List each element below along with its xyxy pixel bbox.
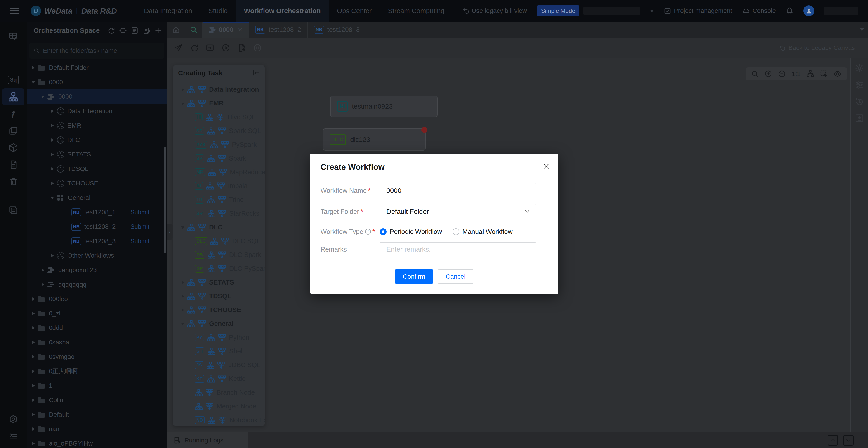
- expand-arrow-icon[interactable]: [188, 198, 192, 202]
- tree-row[interactable]: aio_oPBGYIHw: [27, 436, 167, 448]
- expand-arrow-icon[interactable]: [181, 281, 185, 284]
- expand-arrow-icon[interactable]: [32, 355, 35, 358]
- info-icon[interactable]: i: [365, 229, 371, 235]
- expand-arrow-icon[interactable]: [188, 377, 192, 381]
- expand-arrow-icon[interactable]: [51, 109, 54, 113]
- radio-icon[interactable]: [380, 228, 386, 235]
- task-type-row[interactable]: JS JDBC SQL: [173, 358, 265, 372]
- tree-row[interactable]: 0000: [27, 75, 167, 90]
- tree-row[interactable]: General: [27, 191, 167, 205]
- expand-arrow-icon[interactable]: [188, 157, 192, 160]
- expand-arrow-icon[interactable]: [32, 312, 35, 315]
- submit-link[interactable]: Submit: [130, 209, 149, 216]
- tree-node-label[interactable]: aaa: [49, 425, 59, 433]
- refresh-icon[interactable]: [190, 43, 198, 52]
- task-type-row[interactable]: NB Notebook Exploration: [173, 413, 265, 426]
- radio-icon[interactable]: [453, 228, 459, 235]
- tree-row[interactable]: dengboxu123: [27, 263, 167, 277]
- task-type-row[interactable]: SETATS: [173, 275, 265, 289]
- tree-row[interactable]: EMR: [27, 118, 167, 133]
- console-link[interactable]: Console: [742, 7, 776, 15]
- expand-arrow-icon[interactable]: [51, 181, 54, 185]
- tree-row[interactable]: 0svmgao: [27, 350, 167, 364]
- task-type-row[interactable]: DLC: [173, 220, 265, 234]
- workspace-icon[interactable]: [2, 28, 24, 45]
- home-tab[interactable]: [167, 22, 185, 38]
- tree-node-label[interactable]: dengboxu123: [58, 267, 97, 274]
- expand-arrow-icon[interactable]: [188, 391, 192, 394]
- zoom-ratio[interactable]: 1:1: [792, 70, 801, 78]
- expand-arrow-icon[interactable]: [51, 153, 54, 156]
- expand-arrow-icon[interactable]: [32, 413, 35, 416]
- workflow-node[interactable]: HI testmain0923: [330, 96, 438, 117]
- auto-layout-icon[interactable]: [807, 70, 814, 78]
- tree-row[interactable]: 000leo: [27, 292, 167, 306]
- edit-document-icon[interactable]: [143, 27, 150, 34]
- expand-arrow-icon[interactable]: [181, 226, 185, 229]
- tree-node-label[interactable]: Default: [49, 411, 69, 418]
- task-type-row[interactable]: KT Kettle: [173, 372, 265, 386]
- tree-scrollbar[interactable]: [164, 147, 166, 253]
- tree-row[interactable]: Default: [27, 407, 167, 422]
- expand-arrow-icon[interactable]: [181, 295, 185, 298]
- tree-node-label[interactable]: 000leo: [49, 295, 68, 303]
- expand-arrow-icon[interactable]: [181, 88, 185, 92]
- tree-row[interactable]: 0sasha: [27, 335, 167, 350]
- task-type-row[interactable]: DS DLC Spark: [173, 248, 265, 262]
- tree-node-label[interactable]: 0000: [49, 78, 63, 86]
- confirm-button[interactable]: Confirm: [395, 269, 433, 284]
- submit-link[interactable]: Submit: [130, 238, 149, 245]
- remarks-input[interactable]: [380, 242, 536, 256]
- task-type-row[interactable]: DP DLC PySpark: [173, 262, 265, 275]
- expand-arrow-icon[interactable]: [188, 239, 192, 243]
- running-logs-tab[interactable]: Running Logs: [167, 433, 248, 448]
- settings-hexagon-icon[interactable]: [2, 411, 24, 428]
- expand-arrow-icon[interactable]: [41, 268, 45, 272]
- workflow-node[interactable]: DLC dlc123: [323, 129, 426, 150]
- expand-arrow-icon[interactable]: [188, 336, 192, 339]
- task-type-row[interactable]: General: [173, 317, 265, 331]
- editor-tab[interactable]: 0000 ×: [203, 22, 249, 38]
- search-box[interactable]: [29, 43, 164, 59]
- expand-arrow-icon[interactable]: [51, 167, 54, 171]
- workflow-parameters-icon[interactable]: [855, 78, 864, 91]
- sql-editor-icon[interactable]: Sq: [2, 71, 24, 88]
- tree-row[interactable]: NB test1208_3 Submit: [27, 234, 167, 248]
- expand-arrow-icon[interactable]: [188, 171, 192, 174]
- zoom-in-icon[interactable]: [765, 70, 772, 78]
- task-type-row[interactable]: MR MapReduce: [173, 165, 265, 179]
- user-avatar[interactable]: [803, 5, 814, 16]
- nav-item[interactable]: Workflow Orchestration: [236, 0, 329, 22]
- target-folder-select[interactable]: Default Folder: [380, 204, 536, 219]
- expand-arrow-icon[interactable]: [32, 427, 35, 431]
- expand-arrow-icon[interactable]: [181, 322, 185, 325]
- collapse-explorer-handle[interactable]: ‹: [167, 223, 173, 240]
- close-tab-icon[interactable]: ×: [238, 25, 243, 34]
- tree-node-label[interactable]: 0sasha: [49, 339, 69, 346]
- tree-row[interactable]: TDSQL: [27, 162, 167, 176]
- tree-node-label[interactable]: General: [68, 194, 90, 201]
- expand-logs-icon[interactable]: [828, 435, 838, 446]
- expand-arrow-icon[interactable]: [188, 184, 192, 188]
- task-type-row[interactable]: Merged Node: [173, 400, 265, 413]
- expand-arrow-icon[interactable]: [51, 196, 54, 200]
- expand-arrow-icon[interactable]: [32, 370, 35, 373]
- locate-icon[interactable]: [119, 27, 127, 34]
- expand-arrow-icon[interactable]: [32, 326, 35, 330]
- expand-arrow-icon[interactable]: [188, 363, 192, 367]
- task-type-row[interactable]: TCHOUSE: [173, 303, 265, 317]
- nav-item[interactable]: Ops Center: [329, 0, 380, 22]
- expand-arrow-icon[interactable]: [188, 129, 192, 133]
- tree-row[interactable]: 0ddd: [27, 321, 167, 335]
- editor-tab[interactable]: NB test1208_2: [249, 22, 307, 38]
- tree-row[interactable]: aaa: [27, 422, 167, 436]
- export-icon[interactable]: [237, 43, 246, 52]
- nav-item[interactable]: Data Integration: [136, 0, 200, 22]
- tree-node-label[interactable]: DLC: [67, 136, 80, 144]
- expand-arrow-icon[interactable]: [32, 341, 35, 344]
- tree-node-label[interactable]: Data Integration: [67, 107, 112, 115]
- search-tab[interactable]: [185, 22, 203, 38]
- tree-row[interactable]: 0正大啊啊: [27, 364, 167, 378]
- workflow-orchestration-icon[interactable]: [2, 88, 24, 105]
- run-icon[interactable]: [221, 43, 230, 52]
